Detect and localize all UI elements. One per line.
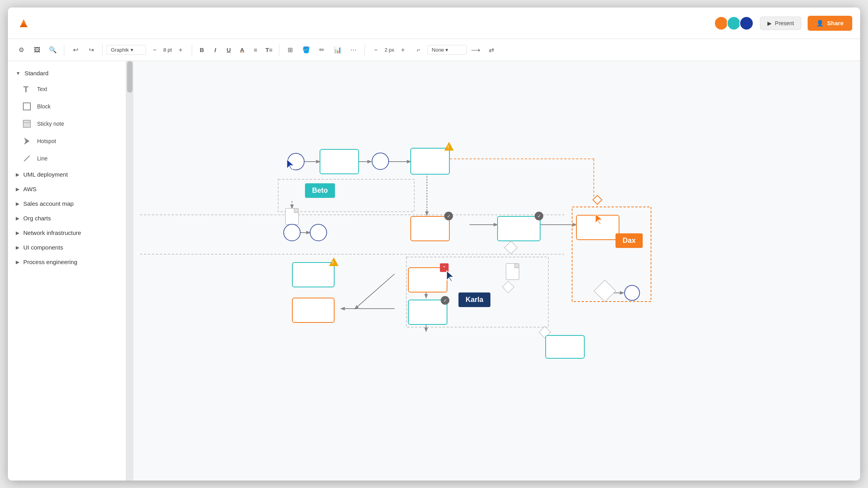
sidebar-section-ui[interactable]: ▶ UI components — [8, 240, 126, 255]
font-size-decrease-icon[interactable]: − — [148, 43, 162, 57]
bold-button[interactable]: B — [196, 44, 208, 56]
scrollbar-track[interactable] — [126, 61, 133, 481]
sidebar-section-uml[interactable]: ▶ UML deployment — [8, 167, 126, 182]
sidebar-section-process[interactable]: ▶ Process engineering — [8, 255, 126, 269]
sidebar-section-standard-label: Standard — [24, 70, 49, 76]
circle-3[interactable] — [283, 224, 301, 241]
sidebar-item-sticky-note[interactable]: Sticky note — [8, 115, 126, 132]
settings-icon[interactable]: ⚙ — [14, 43, 28, 57]
sidebar-section-sales-label: Sales account map — [23, 200, 74, 207]
sticky-note-icon — [22, 119, 32, 129]
list-button[interactable]: T≡ — [263, 44, 275, 56]
sidebar-section-org[interactable]: ▶ Org charts — [8, 211, 126, 225]
diamond-3[interactable] — [594, 280, 616, 302]
sidebar-section-org-label: Org charts — [23, 215, 51, 222]
chevron-right-icon: ▶ — [16, 245, 19, 250]
rect-7[interactable] — [292, 298, 335, 323]
svg-rect-1 — [23, 103, 30, 110]
image-icon[interactable]: 🖼 — [30, 43, 44, 57]
corner-style-value: None — [432, 47, 444, 53]
chevron-right-icon: ▶ — [16, 172, 19, 177]
pen-icon[interactable]: ✏ — [315, 43, 329, 57]
canvas-area[interactable]: ! Beto ✓ ✓ Dax ! — [126, 61, 860, 481]
sidebar-item-sticky-label: Sticky note — [37, 121, 64, 127]
line-width-decrease-icon[interactable]: − — [369, 43, 383, 57]
circle-2[interactable] — [372, 153, 389, 170]
font-family-value: Graphik — [111, 47, 129, 53]
underline-label: U — [226, 47, 231, 53]
circle-5[interactable] — [624, 285, 640, 301]
sidebar-section-sales[interactable]: ▶ Sales account map — [8, 196, 126, 211]
svg-text:T: T — [23, 84, 29, 94]
chevron-right-icon: ▶ — [16, 259, 19, 265]
color-button[interactable]: A — [236, 44, 248, 56]
rect-1[interactable] — [320, 149, 359, 174]
avatar-group — [714, 16, 754, 30]
arrow-style-dropdown[interactable]: ⟶ — [468, 43, 483, 57]
app-logo[interactable] — [16, 15, 32, 31]
sidebar-section-network[interactable]: ▶ Network infrastructure — [8, 225, 126, 240]
rect-8[interactable] — [545, 335, 585, 359]
label-dax: Dax — [615, 233, 643, 248]
share-button[interactable]: 👤 Share — [808, 16, 852, 31]
scrollbar-thumb[interactable] — [127, 61, 133, 93]
rect-6[interactable] — [292, 262, 335, 287]
app-window: ▶ Present 👤 Share ⚙ 🖼 🔍 ↩ ↪ Graphik ▾ − … — [8, 7, 860, 481]
corner-style-dropdown[interactable]: None ▾ — [427, 45, 467, 55]
line-width-value: 2 px — [385, 47, 395, 53]
sidebar-item-line-label: Line — [37, 155, 47, 162]
underline-button[interactable]: U — [223, 44, 235, 56]
sidebar-item-hotspot[interactable]: Hotspot — [8, 132, 126, 150]
circle-4[interactable] — [310, 224, 327, 241]
present-button[interactable]: ▶ Present — [760, 17, 801, 30]
search-icon[interactable]: 🔍 — [46, 43, 60, 57]
chart-icon[interactable]: 📊 — [331, 43, 345, 57]
table-icon[interactable]: ⊞ — [283, 43, 297, 57]
chevron-right-icon: ▶ — [16, 230, 19, 236]
top-bar: ▶ Present 👤 Share — [8, 7, 860, 39]
corner-style-icon[interactable]: ⌐ — [412, 43, 426, 57]
chevron-down-icon: ▼ — [16, 71, 21, 76]
svg-line-18 — [355, 274, 395, 309]
file-shape-2[interactable] — [506, 263, 519, 280]
align-button[interactable]: ≡ — [250, 44, 262, 56]
svg-rect-2 — [23, 120, 30, 127]
more-icon[interactable]: ⋯ — [346, 43, 361, 57]
sidebar-section-aws[interactable]: ▶ AWS — [8, 182, 126, 196]
rect-7b[interactable] — [408, 300, 447, 325]
cursor-beto — [285, 158, 296, 173]
sidebar-item-text[interactable]: T Text — [8, 80, 126, 98]
italic-button[interactable]: I — [210, 44, 221, 56]
label-karla: Karla — [458, 292, 490, 307]
toolbar: ⚙ 🖼 🔍 ↩ ↪ Graphik ▾ − 8 pt + B I U A ≡ — [8, 39, 860, 61]
line-width-increase-icon[interactable]: + — [396, 43, 410, 57]
divider-5 — [365, 44, 365, 56]
avatar-dax — [739, 16, 754, 30]
diamond-2 — [502, 281, 514, 293]
sidebar-section-aws-label: AWS — [23, 186, 37, 192]
list-label: T≡ — [266, 47, 273, 53]
rect-2[interactable] — [410, 148, 450, 175]
undo-icon[interactable]: ↩ — [68, 43, 82, 57]
sidebar-section-standard[interactable]: ▼ Standard — [8, 66, 126, 80]
sidebar-item-line[interactable]: Line — [8, 150, 126, 167]
rect-4[interactable] — [497, 216, 541, 241]
fill-icon[interactable]: 🪣 — [299, 43, 313, 57]
label-beto: Beto — [305, 183, 335, 198]
sidebar-item-hotspot-label: Hotspot — [37, 138, 56, 144]
sidebar-item-block[interactable]: Block — [8, 98, 126, 115]
svg-marker-4 — [24, 138, 30, 145]
font-family-dropdown[interactable]: Graphik ▾ — [107, 45, 146, 55]
font-size-value: 8 pt — [163, 47, 172, 53]
line-icon — [22, 154, 32, 163]
avatar-karla — [727, 16, 741, 30]
share-label: Share — [827, 20, 844, 26]
font-size-increase-icon[interactable]: + — [174, 43, 188, 57]
line-swap-icon[interactable]: ⇄ — [484, 43, 498, 57]
diagram-svg — [126, 61, 860, 481]
redo-icon[interactable]: ↪ — [84, 43, 98, 57]
file-shape-1[interactable] — [285, 208, 299, 225]
sidebar-section-ui-label: UI components — [23, 244, 63, 251]
sidebar-section-uml-label: UML deployment — [23, 171, 68, 178]
rect-3[interactable] — [410, 216, 450, 241]
